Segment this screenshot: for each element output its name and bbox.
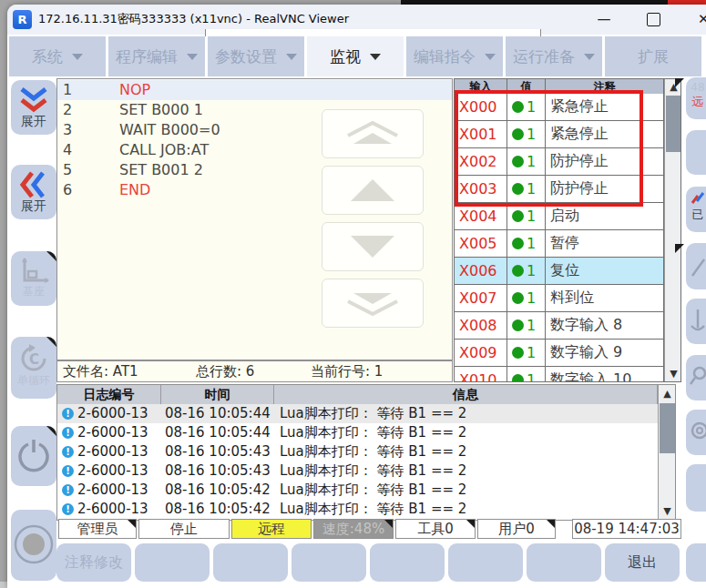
comment-edit-button[interactable]: 注释修改 [56, 543, 131, 582]
log-scrollbar-thumb[interactable] [660, 403, 675, 453]
current-line: 当前行号: 1 [311, 361, 383, 381]
scroll-page-up-button[interactable] [322, 109, 424, 158]
power-icon [16, 438, 51, 474]
bottom-button-empty[interactable] [135, 543, 210, 582]
menu-label: 运行准备 [513, 46, 575, 67]
right-sidebar-button[interactable] [686, 130, 706, 175]
total-lines: 总行数: 6 [196, 361, 254, 381]
io-comment: 数字输入 10 [546, 367, 664, 382]
io-value: 1 [507, 258, 546, 285]
io-comment: 暂停 [546, 230, 664, 258]
bottom-button-empty[interactable] [448, 543, 523, 582]
base-coordinate-button[interactable]: 基座 [11, 251, 56, 306]
log-time: 08-16 10:05:43 [165, 442, 271, 461]
menu-item-program-edit[interactable]: 程序编辑 [108, 36, 205, 76]
scroll-up-arrow-icon[interactable]: ▲ [659, 388, 676, 400]
bottom-button-empty[interactable] [527, 543, 601, 582]
right-sidebar-search-button[interactable] [686, 355, 706, 400]
double-chevron-down-icon [341, 289, 404, 318]
bottom-button-empty[interactable] [370, 543, 445, 582]
speed-fragment: 48 [686, 81, 706, 94]
right-sidebar-tool-button[interactable] [686, 299, 706, 344]
expand-left-button[interactable]: 展开 [11, 165, 56, 219]
info-icon: ! [62, 408, 74, 420]
right-sidebar-button[interactable] [686, 464, 706, 512]
menu-label: 程序编辑 [116, 46, 178, 67]
menu-item-monitor[interactable]: 监视 [307, 36, 404, 76]
right-sidebar-pen-button[interactable] [686, 243, 706, 289]
right-sidebar-button[interactable] [686, 543, 706, 582]
menu-item-run-prepare[interactable]: 运行准备 [506, 36, 602, 76]
io-name: X005 [455, 230, 507, 258]
log-row[interactable]: ! 2-6000-13 08-16 10:05:42 Lua脚本打印： 等待 B… [57, 481, 658, 500]
scroll-up-button[interactable] [322, 166, 424, 215]
log-row[interactable]: ! 2-6000-13 08-16 10:05:44 Lua脚本打印： 等待 B… [57, 404, 658, 423]
io-row-x008[interactable]: X008 1 数字输入 8 [455, 312, 664, 340]
log-id: 2-6000-13 [77, 404, 148, 423]
menu-item-edit-instruction[interactable]: 编辑指令 [406, 36, 503, 76]
io-row-x005[interactable]: X005 1 暂停 [455, 230, 664, 258]
right-sidebar-connected-button[interactable]: 已 [686, 187, 706, 232]
single-cycle-button[interactable]: C 单循环 [11, 337, 56, 399]
scroll-down-arrow-icon[interactable]: ▼ [665, 368, 681, 380]
io-row-x007[interactable]: X007 1 料到位 [455, 285, 664, 312]
log-row[interactable]: ! 2-6000-13 08-16 10:05:42 Lua脚本打印： 等待 B… [57, 500, 658, 519]
io-row-x006-selected[interactable]: X006 1 复位 [455, 258, 664, 285]
status-user-frame[interactable]: 用户0 [477, 519, 556, 539]
chevron-down-icon [370, 54, 381, 60]
status-tool[interactable]: 工具0 [395, 519, 476, 539]
on-state-dot-icon [512, 265, 524, 277]
io-comment: 数字输入 9 [546, 340, 664, 367]
close-button[interactable]: ✕ [698, 10, 706, 28]
corner-flag-icon [128, 520, 136, 528]
io-comment: 料到位 [546, 285, 664, 312]
log-message: Lua脚本打印： 等待 B1 == 2 [280, 461, 466, 481]
log-row[interactable]: ! 2-6000-13 08-16 10:05:43 Lua脚本打印： 等待 B… [57, 442, 658, 461]
scroll-down-button[interactable] [322, 222, 424, 271]
log-id: 2-6000-13 [77, 481, 148, 500]
line-text: WAIT B000=0 [119, 120, 220, 140]
log-scrollbar[interactable]: ▲ ▼ [658, 385, 676, 520]
expand-down-button[interactable]: 展开 [11, 80, 56, 135]
menu-item-parameter-settings[interactable]: 参数设置 [208, 36, 304, 76]
io-row-x009[interactable]: X009 1 数字输入 9 [455, 340, 664, 367]
line-number: 3 [63, 120, 72, 140]
record-button[interactable] [11, 510, 56, 581]
code-line[interactable]: 1 NOP [57, 80, 452, 100]
io-value: 1 [507, 203, 546, 230]
bottom-button-empty[interactable] [213, 543, 288, 582]
on-state-dot-icon [512, 292, 524, 304]
right-sidebar-speed-button[interactable]: 48 远 [686, 77, 706, 119]
status-run-state[interactable]: 停止 [138, 519, 230, 539]
right-sidebar-disc-button[interactable] [686, 410, 706, 455]
io-row-x010[interactable]: X010 1 数字输入 10 [455, 367, 664, 382]
line-text: CALL JOB:AT [119, 140, 209, 160]
scroll-down-arrow-icon[interactable]: ▼ [659, 505, 676, 517]
io-scrollbar-thumb[interactable] [666, 96, 681, 152]
line-text: SET B000 1 [119, 100, 203, 120]
log-header-time: 时间 [161, 385, 274, 404]
magnifier-icon [689, 366, 706, 386]
io-name: X009 [455, 340, 507, 367]
menu-label: 扩展 [638, 46, 669, 67]
minimize-button[interactable]: — [594, 10, 614, 28]
log-row[interactable]: ! 2-6000-13 08-16 10:05:43 Lua脚本打印： 等待 B… [57, 461, 658, 481]
line-number: 2 [63, 100, 72, 120]
power-button[interactable] [11, 426, 56, 486]
bottom-button-empty[interactable] [292, 543, 366, 582]
io-row-x004[interactable]: X004 1 启动 [455, 203, 664, 230]
scroll-page-down-button[interactable] [322, 279, 424, 328]
io-scrollbar[interactable]: ▲ ▼ [664, 79, 681, 381]
log-row[interactable]: ! 2-6000-13 08-16 10:05:44 Lua脚本打印： 等待 B… [57, 423, 658, 442]
maximize-button[interactable] [647, 13, 660, 26]
corner-flag-icon [466, 520, 475, 528]
line-text: SET B001 2 [119, 160, 203, 180]
menu-item-extend[interactable]: 扩展 [605, 36, 701, 76]
status-user-level[interactable]: 管理员 [58, 519, 137, 539]
log-message: Lua脚本打印： 等待 B1 == 2 [280, 500, 466, 519]
screen: R 172.16.11.31密码333333 (x11vnc) - RealVN… [0, 0, 706, 588]
exit-button[interactable]: 退出 [605, 543, 680, 582]
status-speed[interactable]: 速度:48% [313, 519, 394, 539]
status-mode-remote[interactable]: 远程 [231, 519, 312, 539]
menu-item-system[interactable]: 系统 [9, 36, 106, 76]
